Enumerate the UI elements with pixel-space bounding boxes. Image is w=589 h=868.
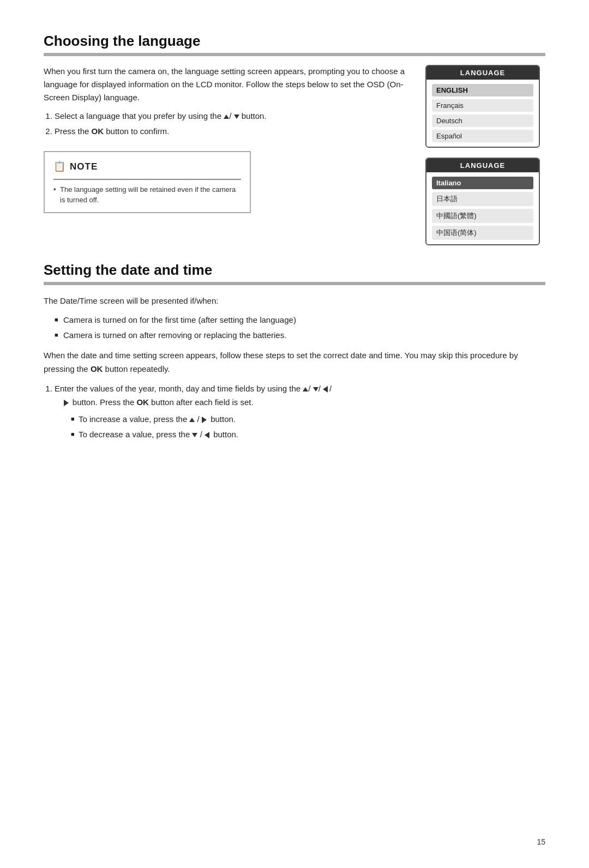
note-bullet-1: The language setting will be retained ev… — [53, 184, 241, 206]
lang-screen-1-body: ENGLISH Français Deutsch Español — [426, 80, 539, 147]
section1: Choosing the language When you first tur… — [44, 33, 545, 245]
section2-steps: Enter the values of the year, month, day… — [44, 382, 545, 441]
sub-bullet-1: To increase a value, press the / button. — [71, 413, 545, 426]
lang-screen-2-header: LANGUAGE — [426, 159, 539, 172]
lang-item-deutsch: Deutsch — [432, 114, 533, 127]
language-screens: LANGUAGE ENGLISH Français Deutsch Españo… — [425, 65, 545, 245]
section1-steps: Select a language that you prefer by usi… — [55, 110, 409, 138]
step2: Press the OK button to confirm. — [55, 125, 409, 138]
section2-bullet-2: Camera is turned on after removing or re… — [55, 329, 545, 342]
sub-bullet-2: To decrease a value, press the / button. — [71, 428, 545, 441]
note-title: NOTE — [70, 159, 98, 174]
note-box: 📋 NOTE The language setting will be reta… — [44, 151, 251, 213]
section1-intro: When you first turn the camera on, the l… — [44, 65, 409, 104]
note-divider — [53, 179, 241, 180]
lang-item-english: ENGLISH — [432, 84, 533, 97]
section2-body1: When the date and time setting screen ap… — [44, 348, 545, 376]
lang-screen-1: LANGUAGE ENGLISH Français Deutsch Españo… — [425, 65, 540, 148]
section1-title: Choosing the language — [44, 33, 545, 50]
lang-item-chinese-trad: 中國語(繁體) — [432, 209, 533, 223]
note-bullets: The language setting will be retained ev… — [53, 184, 241, 206]
lang-item-japanese: 日本語 — [432, 192, 533, 206]
section2-intro: The Date/Time screen will be presented i… — [44, 294, 545, 308]
note-icon: 📋 — [53, 159, 65, 174]
section2-step1: Enter the values of the year, month, day… — [55, 382, 545, 441]
section2-title: Setting the date and time — [44, 262, 545, 279]
page-number: 15 — [537, 837, 545, 846]
lang-screen-2: LANGUAGE Italiano 日本語 中國語(繁體) 中国语(简体) — [425, 158, 540, 245]
sub-bullet-list: To increase a value, press the / button.… — [55, 413, 545, 441]
section2-bullet-1: Camera is turned on for the first time (… — [55, 314, 545, 327]
lang-screen-2-body: Italiano 日本語 中國語(繁體) 中国语(简体) — [426, 172, 539, 244]
lang-item-francais: Français — [432, 99, 533, 112]
lang-screen-1-header: LANGUAGE — [426, 66, 539, 80]
step1: Select a language that you prefer by usi… — [55, 110, 409, 123]
section1-text: When you first turn the camera on, the l… — [44, 65, 409, 245]
section2-bullet-list: Camera is turned on for the first time (… — [44, 314, 545, 342]
lang-item-italiano: Italiano — [432, 177, 533, 189]
section2: Setting the date and time The Date/Time … — [44, 262, 545, 441]
top-section: When you first turn the camera on, the l… — [44, 65, 545, 245]
section2-divider — [44, 282, 545, 285]
section1-divider — [44, 53, 545, 56]
lang-item-espanol: Español — [432, 130, 533, 142]
note-title-row: 📋 NOTE — [53, 159, 241, 174]
lang-item-chinese-simp: 中国语(简体) — [432, 226, 533, 240]
